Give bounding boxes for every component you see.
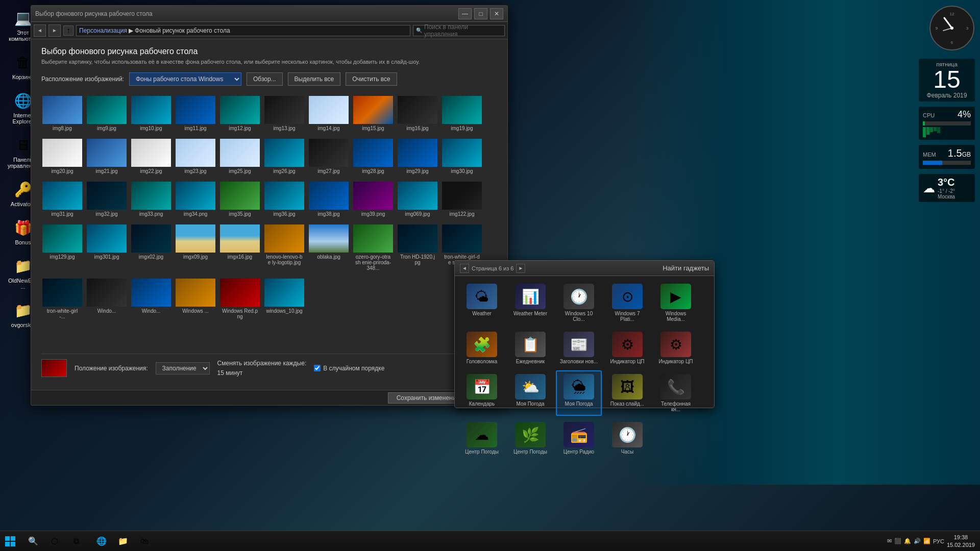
image-item-16[interactable]: img27.jpg <box>308 136 350 177</box>
image-item-24[interactable]: img35.jpg <box>219 179 261 219</box>
image-name-27: img39.png <box>361 211 385 217</box>
image-item-21[interactable]: img32.jpg <box>86 179 128 219</box>
image-item-45[interactable]: windows_10.jpg <box>263 276 305 322</box>
image-item-5[interactable]: img13.jpg <box>263 93 305 134</box>
position-select[interactable]: Заполнение <box>156 362 210 374</box>
gadget-item-14[interactable]: 📞Телефонная кн... <box>653 370 699 416</box>
image-item-40[interactable]: tron-white-girl-... <box>41 276 83 322</box>
image-item-20[interactable]: img31.jpg <box>41 179 83 219</box>
gadget-item-15[interactable]: ☁Центр Погоды <box>459 418 505 458</box>
image-item-33[interactable]: imgx09.jpg <box>175 222 216 273</box>
image-item-23[interactable]: img34.png <box>175 179 216 219</box>
image-item-9[interactable]: img19.jpg <box>441 93 483 134</box>
image-item-32[interactable]: imgx02.jpg <box>130 222 172 273</box>
taskbar-ie-button[interactable]: 🌐 <box>91 532 112 551</box>
gadget-item-7[interactable]: 📰Заголовки нов... <box>556 328 602 368</box>
gadget-item-12[interactable]: 🌦Моя Погода <box>556 370 602 416</box>
minimize-button[interactable]: — <box>458 8 472 19</box>
taskbar-explorer-button[interactable]: 📁 <box>113 532 133 551</box>
taskbar-task-view-button[interactable]: ⧉ <box>66 532 86 551</box>
taskbar-store-button[interactable]: 🛍 <box>134 532 155 551</box>
up-button[interactable]: ↑ <box>63 26 74 36</box>
gadget-item-6[interactable]: 📋Ежедневник <box>507 328 553 368</box>
image-item-15[interactable]: img26.jpg <box>263 136 305 177</box>
image-item-37[interactable]: ozero-gory-otrash enie-priroda-348... <box>352 222 394 273</box>
forward-button[interactable]: ► <box>48 24 61 37</box>
image-item-44[interactable]: Windows Red.png <box>219 276 261 322</box>
image-item-36[interactable]: oblaka.jpg <box>308 222 350 273</box>
image-item-12[interactable]: img22.jpg <box>130 136 172 177</box>
image-name-44: Windows Red.png <box>222 308 258 319</box>
taskbar-search-button[interactable]: 🔍 <box>23 532 43 551</box>
gadget-item-16[interactable]: 🌿Центр Погоды <box>507 418 553 458</box>
image-item-43[interactable]: Windows ... <box>175 276 216 322</box>
activators-icon: 🔑 <box>13 179 33 199</box>
browse-button[interactable]: Обзор... <box>247 72 283 86</box>
gadget-name-16: Центр Погоды <box>513 449 547 455</box>
gadget-item-17[interactable]: 📻Центр Радио <box>556 418 602 458</box>
close-button[interactable]: ✕ <box>490 8 503 19</box>
gadgets-grid: 🌤Weather📊Weather Meter🕐Windows 10 Clo...… <box>455 276 714 462</box>
image-item-41[interactable]: Windo... <box>86 276 128 322</box>
image-item-28[interactable]: img069.jpg <box>397 179 438 219</box>
clear-all-button[interactable]: Очистить все <box>346 72 397 86</box>
image-item-25[interactable]: img36.jpg <box>263 179 305 219</box>
image-item-19[interactable]: img30.jpg <box>441 136 483 177</box>
shuffle-checkbox[interactable] <box>314 365 321 371</box>
taskbar-tray: ✉ ⬛ 🔔 🔊 📶 РУС 19:38 15.02.2019 <box>887 534 980 548</box>
image-name-19: img30.jpg <box>451 168 473 174</box>
image-item-27[interactable]: img39.png <box>352 179 394 219</box>
mem-bar-container <box>923 161 971 165</box>
image-item-7[interactable]: img15.jpg <box>352 93 394 134</box>
gadget-item-11[interactable]: ⛅Моя Погода <box>507 370 553 416</box>
image-item-35[interactable]: lenovo-lenovo-be ly-logotip.jpg <box>263 222 305 273</box>
image-item-0[interactable]: img8.jpg <box>41 93 83 134</box>
taskbar-cortana-button[interactable]: ⬡ <box>44 532 65 551</box>
gadget-item-3[interactable]: ⊙Windows 7 Plati... <box>604 280 650 325</box>
image-item-30[interactable]: img129.jpg <box>41 222 83 273</box>
position-row: Положение изображения: Заполнение Сменят… <box>41 359 497 377</box>
image-item-31[interactable]: img301.jpg <box>86 222 128 273</box>
image-item-14[interactable]: img25.jpg <box>219 136 261 177</box>
image-item-29[interactable]: img122.jpg <box>441 179 483 219</box>
image-item-1[interactable]: img9.jpg <box>86 93 128 134</box>
gadgets-next-button[interactable]: ► <box>516 264 525 273</box>
breadcrumb-personalization[interactable]: Персонализация <box>79 27 127 34</box>
gadget-item-2[interactable]: 🕐Windows 10 Clo... <box>556 280 602 325</box>
gadget-item-1[interactable]: 📊Weather Meter <box>507 280 553 325</box>
image-item-2[interactable]: img10.jpg <box>130 93 172 134</box>
image-item-10[interactable]: img20.jpg <box>41 136 83 177</box>
gadget-item-10[interactable]: 📅Календарь <box>459 370 505 416</box>
gadget-item-13[interactable]: 🖼Показ слайд... <box>604 370 650 416</box>
image-item-11[interactable]: img21.jpg <box>86 136 128 177</box>
image-name-30: img129.jpg <box>50 254 75 260</box>
gadget-item-5[interactable]: 🧩Головоломка <box>459 328 505 368</box>
location-dropdown[interactable]: Фоны рабочего стола Windows <box>129 72 241 86</box>
gadget-item-8[interactable]: ⚙Индикатор ЦП <box>604 328 650 368</box>
image-name-37: ozero-gory-otrash enie-priroda-348... <box>355 254 391 271</box>
gadget-item-0[interactable]: 🌤Weather <box>459 280 505 325</box>
image-item-38[interactable]: Tron HD-1920.jpg <box>397 222 438 273</box>
image-item-26[interactable]: img38.jpg <box>308 179 350 219</box>
image-item-18[interactable]: img29.jpg <box>397 136 438 177</box>
search-bar[interactable]: 🔍 Поиск в панели управления <box>413 25 505 36</box>
image-item-8[interactable]: img16.jpg <box>397 93 438 134</box>
image-item-42[interactable]: Windo... <box>130 276 172 322</box>
image-item-22[interactable]: img33.png <box>130 179 172 219</box>
gadget-item-18[interactable]: 🕐Часы <box>604 418 650 458</box>
back-button[interactable]: ◄ <box>34 24 46 37</box>
image-item-6[interactable]: img14.jpg <box>308 93 350 134</box>
icon-label-bonus: Bonus <box>15 239 31 245</box>
image-item-13[interactable]: img23.jpg <box>175 136 216 177</box>
image-item-3[interactable]: img11.jpg <box>175 93 216 134</box>
select-all-button[interactable]: Выделить все <box>288 72 341 86</box>
image-item-4[interactable]: img12.jpg <box>219 93 261 134</box>
gadget-item-4[interactable]: ▶Windows Media... <box>653 280 699 325</box>
image-item-17[interactable]: img28.jpg <box>352 136 394 177</box>
start-button[interactable] <box>0 532 20 551</box>
gadgets-prev-button[interactable]: ◄ <box>460 264 469 273</box>
gadget-item-9[interactable]: ⚙Индикатор ЦП <box>653 328 699 368</box>
image-item-34[interactable]: imgx16.jpg <box>219 222 261 273</box>
recycle-icon: 🗑 <box>13 52 33 72</box>
maximize-button[interactable]: □ <box>474 8 487 19</box>
